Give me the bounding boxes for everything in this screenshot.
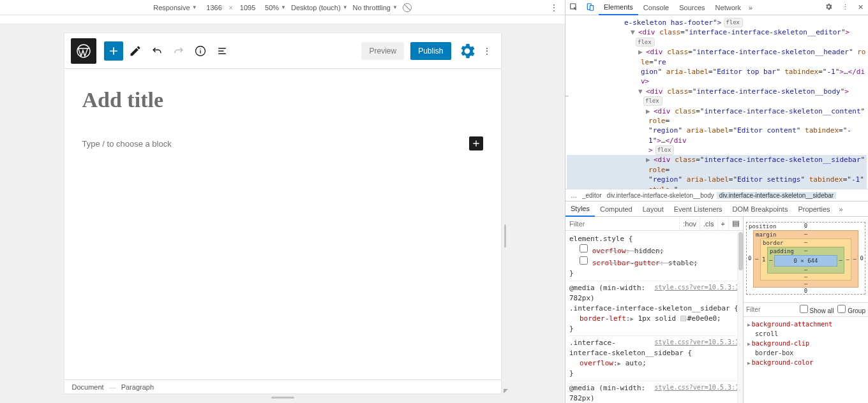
stab-styles[interactable]: Styles	[565, 202, 595, 217]
viewport-area: Responsive▼ × 50%▼ Desktop (touch)▼ No t…	[0, 0, 565, 403]
viewport-body: Preview Publish ⋮ Add title Type / to ch…	[0, 15, 565, 403]
elements-tree[interactable]: ⋯ e-skeleton has-footer">flex ▼<div clas…	[565, 15, 868, 189]
page-frame: Preview Publish ⋮ Add title Type / to ch…	[64, 33, 501, 393]
inline-add-block-icon[interactable]	[469, 136, 483, 150]
devtools-close-icon[interactable]: ✕	[856, 3, 865, 11]
box-model-pane: position 0 0 0 0 margin – – – – border	[744, 217, 868, 403]
device-toolbar: Responsive▼ × 50%▼ Desktop (touch)▼ No t…	[0, 0, 565, 15]
source-link[interactable]: style.css?ver=10.5.3:1	[655, 383, 739, 393]
header-more-icon[interactable]: ⋮	[479, 41, 495, 61]
crumb-sidebar[interactable]: div.interface-interface-skeleton__sideba…	[717, 192, 836, 199]
device-type-dropdown[interactable]: Desktop (touch)▼	[291, 4, 348, 11]
block-placeholder: Type / to choose a block	[82, 136, 483, 150]
cls-toggle[interactable]: .cls	[700, 217, 717, 230]
style-rules[interactable]: element.style { overflow: hidden; scroll…	[565, 231, 743, 403]
devtools-settings-icon[interactable]	[823, 3, 835, 12]
crumb-editor[interactable]: _editor	[580, 192, 604, 199]
computed-filter-input[interactable]	[746, 306, 796, 313]
tabs-more-icon[interactable]: »	[746, 4, 755, 11]
devtools-tabs: Elements Console Sources Network » ⋮ ✕	[565, 0, 868, 15]
resize-handle-right[interactable]	[504, 224, 506, 247]
show-all-checkbox[interactable]: Show all	[800, 305, 834, 314]
editor-footer: Document — Paragraph	[64, 379, 501, 393]
stab-layout[interactable]: Layout	[638, 202, 669, 216]
box-model[interactable]: position 0 0 0 0 margin – – – – border	[744, 217, 868, 303]
preview-button[interactable]: Preview	[361, 42, 404, 60]
devtools-menu-icon[interactable]: ⋮	[840, 3, 851, 11]
styles-filter-input[interactable]	[565, 220, 679, 228]
styles-tabs: Styles Computed Layout Event Listeners D…	[565, 202, 868, 217]
block-prompt-text[interactable]: Type / to choose a block	[82, 139, 172, 149]
editor-header: Preview Publish ⋮	[64, 33, 501, 69]
crumb-ellipsis[interactable]: …	[568, 192, 580, 199]
svg-rect-7	[733, 225, 739, 226]
undo-icon[interactable]	[147, 41, 167, 61]
editor-content: Add title Type / to choose a block	[64, 69, 501, 150]
device-toggle-icon[interactable]	[582, 3, 599, 13]
viewport-ruler	[0, 15, 565, 24]
responsive-dropdown[interactable]: Responsive▼	[153, 4, 197, 11]
breadcrumb-paragraph[interactable]: Paragraph	[121, 383, 154, 391]
zoom-dropdown[interactable]: 50%▼	[265, 4, 286, 11]
resize-handle-corner[interactable]	[502, 388, 509, 394]
settings-gear-icon[interactable]	[458, 41, 477, 61]
rotate-icon[interactable]	[403, 3, 412, 12]
stab-properties[interactable]: Properties	[793, 202, 835, 216]
group-checkbox[interactable]: Group	[837, 305, 865, 314]
inspect-element-icon[interactable]	[565, 3, 582, 13]
edit-tool-icon[interactable]	[126, 41, 145, 61]
computed-list[interactable]: ▶background-attachment scroll ▶backgroun…	[744, 317, 868, 370]
source-link[interactable]: style.css?ver=10.5.3:1	[655, 338, 739, 348]
breadcrumb-sep: —	[109, 383, 116, 391]
tab-sources[interactable]: Sources	[674, 1, 710, 15]
info-icon[interactable]	[191, 41, 210, 61]
stab-dom-breakpoints[interactable]: DOM Breakpoints	[728, 202, 793, 216]
viewport-width-input[interactable]	[202, 4, 227, 11]
styles-pane-menu-icon[interactable]	[728, 217, 743, 230]
crumb-body[interactable]: div.interface-interface-skeleton__body	[604, 192, 717, 199]
viewport-height-input[interactable]	[236, 4, 260, 11]
stab-event-listeners[interactable]: Event Listeners	[669, 202, 728, 216]
computed-filter-row: Show all Group	[744, 303, 868, 317]
throttling-dropdown[interactable]: No throttling▼	[353, 4, 398, 11]
elements-breadcrumb: … _editor div.interface-interface-skelet…	[565, 189, 868, 202]
hov-toggle[interactable]: :hov	[679, 217, 700, 230]
post-title-input[interactable]: Add title	[82, 88, 483, 112]
breadcrumb-document[interactable]: Document	[72, 383, 104, 391]
x-separator: ×	[229, 4, 233, 11]
list-view-icon[interactable]	[213, 41, 232, 61]
add-block-button[interactable]	[104, 41, 123, 61]
resize-handle-bottom[interactable]	[271, 397, 294, 399]
styles-tabs-more-icon[interactable]: »	[835, 205, 847, 213]
styles-filter-row: :hov .cls +	[565, 217, 743, 231]
svg-rect-5	[733, 221, 739, 223]
rule-checkbox[interactable]	[580, 256, 588, 265]
tab-elements[interactable]: Elements	[599, 0, 638, 15]
tab-network[interactable]: Network	[710, 1, 746, 15]
device-toolbar-menu-icon[interactable]: ⋮	[550, 3, 558, 13]
devtools-panel: Elements Console Sources Network » ⋮ ✕ ⋯…	[565, 0, 868, 403]
rule-checkbox[interactable]	[580, 244, 588, 253]
gutter-icon: ⋯	[565, 92, 569, 101]
styles-pane: :hov .cls + element.style { overflow: hi…	[565, 217, 744, 403]
dimensions: ×	[202, 4, 260, 11]
redo-icon[interactable]	[169, 41, 188, 61]
wp-logo-icon[interactable]	[71, 38, 96, 64]
tab-console[interactable]: Console	[638, 1, 674, 15]
styles-scrollbar[interactable]	[737, 231, 744, 403]
svg-rect-4	[590, 5, 593, 10]
svg-rect-6	[733, 223, 739, 224]
publish-button[interactable]: Publish	[410, 42, 451, 60]
stab-computed[interactable]: Computed	[595, 202, 638, 216]
new-rule-icon[interactable]: +	[717, 217, 728, 230]
source-link[interactable]: style.css?ver=10.5.3:1	[655, 283, 739, 293]
